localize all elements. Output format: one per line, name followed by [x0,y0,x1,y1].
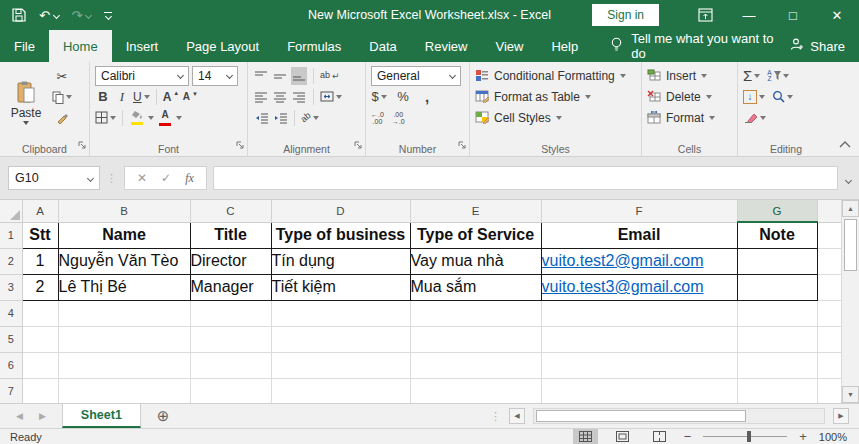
insert-function-icon[interactable]: fx [185,171,194,186]
cell-A2[interactable]: 1 [22,248,58,274]
scroll-up-icon[interactable]: ▲ [842,200,859,217]
cell-filler[interactable] [817,274,841,300]
close-button[interactable]: ✕ [815,0,859,30]
column-header-G[interactable]: G [737,200,817,222]
decrease-font-icon[interactable]: A▼ [182,88,198,106]
cell-F1[interactable]: Email [541,222,737,248]
cell-B6[interactable] [58,352,190,378]
cell-A3[interactable]: 2 [22,274,58,300]
enter-icon[interactable]: ✓ [161,171,171,185]
row-header-4[interactable]: 4 [0,300,22,326]
cell-C4[interactable] [190,300,271,326]
hscroll-left-icon[interactable]: ◀ [509,408,525,424]
cell-filler[interactable] [817,300,841,326]
comma-style-icon[interactable]: , [419,88,435,106]
cell-E4[interactable] [410,300,541,326]
cell-G4[interactable] [737,300,817,326]
increase-indent-icon[interactable] [272,109,288,127]
vertical-scroll-thumb[interactable] [844,219,857,271]
cell-A5[interactable] [22,326,58,352]
fill-down-icon[interactable]: ↓ [743,88,765,106]
ribbon-display-options-icon[interactable] [683,0,727,30]
borders-icon[interactable] [95,109,116,127]
row-header-2[interactable]: 2 [0,248,22,274]
cell-D6[interactable] [271,352,410,378]
font-name-select[interactable]: Calibri [95,66,189,86]
row-header-6[interactable]: 6 [0,352,22,378]
paste-button[interactable]: Paste [5,65,47,141]
cell-E3[interactable]: Mua sắm [410,274,541,300]
accounting-format-icon[interactable]: $ [371,88,387,106]
cell-B5[interactable] [58,326,190,352]
cell-filler[interactable] [817,326,841,352]
cell-C7[interactable] [190,378,271,403]
tell-me-box[interactable]: Tell me what you want to do [610,30,790,62]
normal-view-icon[interactable] [573,429,598,444]
insert-cells-button[interactable]: Insert [647,65,732,86]
minimize-button[interactable]: — [727,0,771,30]
formula-input[interactable] [213,166,838,190]
cell-D1[interactable]: Type of business [271,222,410,248]
wrap-text-icon[interactable]: ab↵ [320,67,340,85]
tab-file[interactable]: File [0,30,49,62]
cell-filler[interactable] [817,248,841,274]
cell-B2[interactable]: Nguyễn Văn Tèo [58,248,190,274]
cell-F7[interactable] [541,378,737,403]
merge-center-icon[interactable] [320,88,342,106]
autosum-icon[interactable]: Σ [743,67,760,85]
conditional-formatting-button[interactable]: Conditional Formatting [475,65,636,86]
number-format-select[interactable]: General [371,66,461,86]
cell-A7[interactable] [22,378,58,403]
redo-button[interactable]: ↷ [72,9,92,22]
font-color-icon[interactable]: A [157,109,173,127]
cell-C5[interactable] [190,326,271,352]
cell-C6[interactable] [190,352,271,378]
horizontal-scrollbar[interactable] [533,408,825,424]
format-cells-button[interactable]: Format [647,107,732,128]
cell-filler[interactable] [817,378,841,403]
cell-E2[interactable]: Vay mua nhà [410,248,541,274]
alignment-dialog-launcher-icon[interactable] [354,136,363,154]
zoom-slider[interactable] [703,436,787,437]
cancel-icon[interactable]: ✕ [137,171,147,185]
align-top-icon[interactable] [253,67,269,85]
column-header-B[interactable]: B [58,200,190,222]
hscroll-right-icon[interactable]: ▶ [833,408,849,424]
align-bottom-icon[interactable] [291,67,307,85]
horizontal-scroll-thumb[interactable] [536,410,746,422]
cell-F5[interactable] [541,326,737,352]
align-center-icon[interactable] [272,88,288,106]
decrease-indent-icon[interactable] [253,109,269,127]
sheet-tab-sheet1[interactable]: Sheet1 [62,404,141,428]
tab-splitter-handle[interactable]: ⋮ [490,410,501,423]
delete-cells-button[interactable]: Delete [647,86,732,107]
format-as-table-button[interactable]: Format as Table [475,86,636,107]
column-header-C[interactable]: C [190,200,271,222]
vertical-scrollbar[interactable]: ▲ ▼ [841,200,859,403]
cell-D3[interactable]: Tiết kiệm [271,274,410,300]
cell-B1[interactable]: Name [58,222,190,248]
cell-C1[interactable]: Title [190,222,271,248]
copy-icon[interactable] [52,88,72,106]
row-header-1[interactable]: 1 [0,222,22,248]
cell-D7[interactable] [271,378,410,403]
cell-D4[interactable] [271,300,410,326]
cell-E5[interactable] [410,326,541,352]
cell-C3[interactable]: Manager [190,274,271,300]
sheet-nav-left-icon[interactable]: ◀ [16,411,23,421]
customize-qat-icon[interactable] [104,12,112,19]
cell-F3[interactable]: vuito.test3@gmail.com [541,274,737,300]
bold-button[interactable]: B [95,88,111,106]
cell-filler[interactable] [817,352,841,378]
orientation-icon[interactable]: ab [301,109,319,127]
maximize-button[interactable]: □ [771,0,815,30]
font-dialog-launcher-icon[interactable] [236,136,245,154]
find-select-icon[interactable] [772,88,793,106]
increase-decimal-icon[interactable]: ←.0.00 [371,111,384,125]
new-sheet-icon[interactable]: ⊕ [157,404,170,428]
collapse-ribbon-icon[interactable] [839,134,851,152]
tab-help[interactable]: Help [537,30,592,62]
align-right-icon[interactable] [291,88,307,106]
number-dialog-launcher-icon[interactable] [458,136,467,154]
cell-F2[interactable]: vuito.test2@gmail.com [541,248,737,274]
